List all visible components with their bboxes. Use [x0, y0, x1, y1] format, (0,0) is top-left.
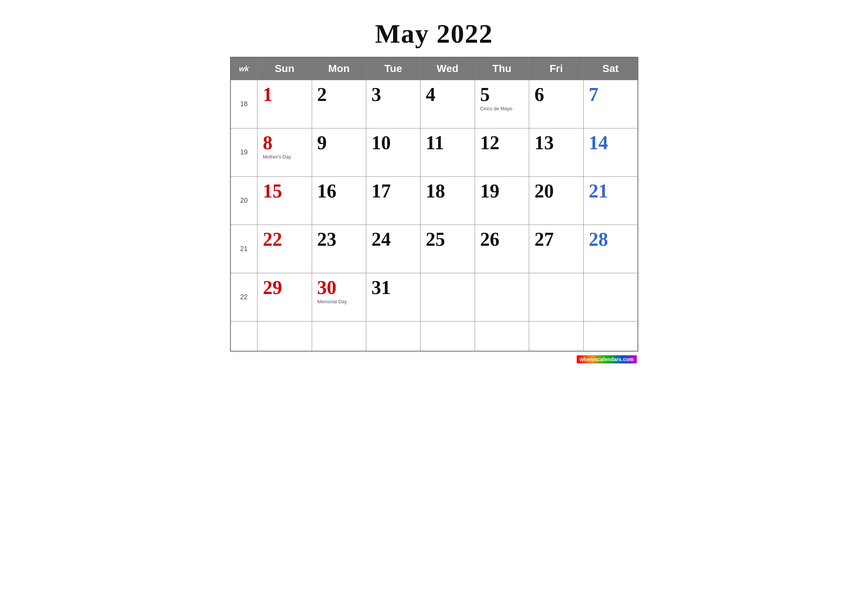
day-number: 29 — [263, 277, 306, 298]
calendar-week-row: 2015161718192021 — [231, 177, 638, 225]
day-number: 21 — [589, 180, 632, 202]
header-fri: Fri — [529, 57, 583, 80]
day-number: 27 — [535, 229, 578, 250]
day-cell: 11 — [420, 129, 474, 177]
day-number: 2 — [317, 84, 361, 105]
calendar-header-row: wk Sun Mon Tue Wed Thu Fri Sat — [231, 57, 638, 80]
day-cell: 25 — [420, 225, 474, 273]
week-number-empty — [231, 321, 257, 351]
holiday-label: Mother's Day — [263, 154, 306, 160]
day-number: 9 — [317, 132, 361, 154]
day-cell: 5Cinco de Mayo — [474, 80, 529, 129]
header-sat: Sat — [583, 57, 637, 80]
day-number: 16 — [317, 180, 361, 202]
day-number: 6 — [535, 84, 578, 105]
day-cell: 26 — [474, 225, 529, 273]
holiday-label: Cinco de Mayo — [480, 106, 524, 112]
day-number: 23 — [317, 229, 361, 250]
day-cell: 29 — [257, 273, 312, 321]
calendar-week-row: 198Mother's Day91011121314 — [231, 129, 638, 177]
calendar-week-row: 1812345Cinco de Mayo67 — [231, 80, 638, 129]
day-number: 8 — [263, 132, 306, 154]
day-cell: 3 — [366, 80, 420, 129]
day-number: 14 — [589, 132, 632, 154]
calendar-week-row: 2122232425262728 — [231, 225, 638, 273]
day-cell: 17 — [366, 177, 420, 225]
day-cell — [529, 273, 583, 321]
week-number: 21 — [231, 225, 257, 273]
day-cell: 6 — [529, 80, 583, 129]
extra-empty-row — [231, 321, 638, 351]
watermark: wheniscalendars.com — [230, 355, 638, 363]
day-number: 19 — [480, 180, 524, 202]
day-cell — [420, 273, 474, 321]
day-number: 15 — [263, 180, 306, 202]
day-number: 18 — [426, 180, 469, 202]
day-number: 13 — [535, 132, 578, 154]
day-number: 17 — [372, 180, 415, 202]
day-cell: 13 — [529, 129, 583, 177]
day-cell: 14 — [583, 129, 637, 177]
holiday-label: Memorial Day — [317, 299, 361, 305]
header-mon: Mon — [312, 57, 366, 80]
day-cell: 12 — [474, 129, 529, 177]
header-sun: Sun — [257, 57, 312, 80]
header-thu: Thu — [474, 57, 529, 80]
week-number: 22 — [231, 273, 257, 321]
day-number: 5 — [480, 84, 524, 105]
calendar-table: wk Sun Mon Tue Wed Thu Fri Sat 1812345Ci… — [230, 57, 638, 352]
day-cell: 15 — [257, 177, 312, 225]
day-cell: 22 — [257, 225, 312, 273]
day-cell: 23 — [312, 225, 366, 273]
day-number: 12 — [480, 132, 524, 154]
day-cell-empty — [366, 321, 420, 351]
day-cell — [583, 273, 637, 321]
day-number: 24 — [372, 229, 415, 250]
day-number: 11 — [426, 132, 469, 154]
calendar-body: 1812345Cinco de Mayo67198Mother's Day910… — [231, 80, 638, 351]
day-number: 10 — [372, 132, 415, 154]
week-number: 19 — [231, 129, 257, 177]
day-cell: 30Memorial Day — [312, 273, 366, 321]
day-number: 30 — [317, 277, 361, 298]
day-cell: 20 — [529, 177, 583, 225]
day-number: 3 — [372, 84, 415, 105]
day-cell: 2 — [312, 80, 366, 129]
day-cell-empty — [257, 321, 312, 351]
watermark-text: wheniscalendars.com — [577, 355, 637, 363]
calendar-title: May 2022 — [230, 19, 638, 50]
day-number: 31 — [372, 277, 415, 298]
day-cell: 9 — [312, 129, 366, 177]
day-cell-empty — [474, 321, 529, 351]
calendar-page: May 2022 wk Sun Mon Tue Wed Thu Fri Sat … — [230, 8, 638, 363]
week-number: 18 — [231, 80, 257, 129]
day-cell-empty — [583, 321, 637, 351]
day-number: 25 — [426, 229, 469, 250]
day-cell: 24 — [366, 225, 420, 273]
week-number: 20 — [231, 177, 257, 225]
header-wk: wk — [231, 57, 257, 80]
day-number: 20 — [535, 180, 578, 202]
day-cell-empty — [529, 321, 583, 351]
day-cell-empty — [312, 321, 366, 351]
day-cell: 28 — [583, 225, 637, 273]
day-number: 26 — [480, 229, 524, 250]
day-number: 7 — [589, 84, 632, 105]
day-cell-empty — [420, 321, 474, 351]
day-cell: 1 — [257, 80, 312, 129]
day-cell: 27 — [529, 225, 583, 273]
day-number: 22 — [263, 229, 306, 250]
day-cell: 18 — [420, 177, 474, 225]
day-cell: 10 — [366, 129, 420, 177]
day-number: 4 — [426, 84, 469, 105]
day-cell — [474, 273, 529, 321]
calendar-week-row: 222930Memorial Day31 — [231, 273, 638, 321]
day-cell: 8Mother's Day — [257, 129, 312, 177]
day-cell: 7 — [583, 80, 637, 129]
header-tue: Tue — [366, 57, 420, 80]
day-cell: 16 — [312, 177, 366, 225]
day-cell: 19 — [474, 177, 529, 225]
day-cell: 21 — [583, 177, 637, 225]
day-number: 1 — [263, 84, 306, 105]
header-wed: Wed — [420, 57, 474, 80]
